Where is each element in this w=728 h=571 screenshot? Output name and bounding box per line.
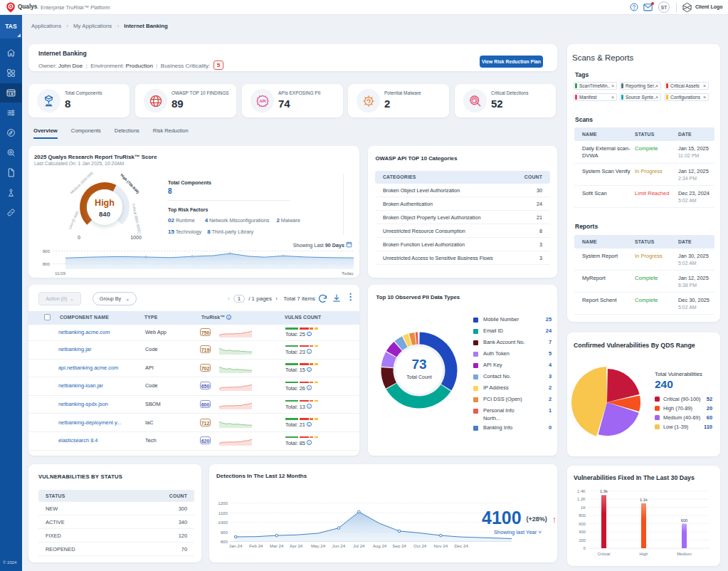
svg-text:Sep 24: Sep 24 bbox=[392, 543, 406, 548]
svg-text:1K: 1K bbox=[581, 505, 586, 510]
svg-text:840: 840 bbox=[99, 210, 110, 218]
svg-text:API: API bbox=[259, 99, 266, 103]
svg-text:800: 800 bbox=[579, 513, 586, 518]
svg-text:1.1k: 1.1k bbox=[640, 498, 648, 502]
svg-text:May 24: May 24 bbox=[311, 543, 326, 548]
svg-text:800: 800 bbox=[43, 261, 51, 266]
svg-text:1000: 1000 bbox=[218, 520, 228, 525]
svg-text:800: 800 bbox=[221, 539, 228, 544]
svg-text:Apr 24: Apr 24 bbox=[290, 543, 303, 548]
svg-text:Critical: Critical bbox=[598, 552, 611, 556]
svg-text:High: High bbox=[95, 198, 115, 208]
svg-text:Total Count: Total Count bbox=[406, 374, 431, 379]
svg-text:600: 600 bbox=[579, 522, 586, 526]
svg-text:Jan 24: Jan 24 bbox=[229, 543, 243, 548]
svg-text:900: 900 bbox=[221, 530, 228, 535]
svg-text:Medium: Medium bbox=[677, 552, 692, 556]
svg-text:1000: 1000 bbox=[130, 235, 142, 240]
svg-text:1.4K: 1.4K bbox=[577, 489, 586, 493]
svg-text:Aug 24: Aug 24 bbox=[373, 543, 387, 548]
svg-text:600: 600 bbox=[681, 518, 688, 523]
svg-text:Low (0-499): Low (0-499) bbox=[68, 210, 80, 230]
svg-text:Dec 24: Dec 24 bbox=[454, 543, 468, 548]
svg-text:1200: 1200 bbox=[218, 501, 228, 505]
svg-text:Jun 24: Jun 24 bbox=[332, 543, 346, 548]
svg-text:73: 73 bbox=[411, 357, 426, 372]
svg-text:High: High bbox=[640, 552, 648, 556]
svg-text:0: 0 bbox=[78, 235, 80, 240]
svg-text:Oct 24: Oct 24 bbox=[413, 543, 427, 548]
svg-text:Jul 24: Jul 24 bbox=[353, 543, 365, 548]
svg-text:1.2K: 1.2K bbox=[577, 497, 586, 501]
svg-text:Mar 24: Mar 24 bbox=[270, 543, 284, 548]
svg-text:Critical (850-1000): Critical (850-1000) bbox=[132, 203, 142, 234]
svg-text:Feb 24: Feb 24 bbox=[249, 543, 263, 548]
svg-text:1100: 1100 bbox=[218, 510, 228, 515]
svg-text:1.3k: 1.3k bbox=[600, 489, 608, 493]
svg-text:Nov 24: Nov 24 bbox=[434, 543, 448, 548]
svg-text:900: 900 bbox=[43, 248, 51, 253]
svg-text:400: 400 bbox=[579, 530, 586, 534]
svg-text:200: 200 bbox=[579, 538, 586, 543]
svg-text:0: 0 bbox=[584, 546, 586, 550]
